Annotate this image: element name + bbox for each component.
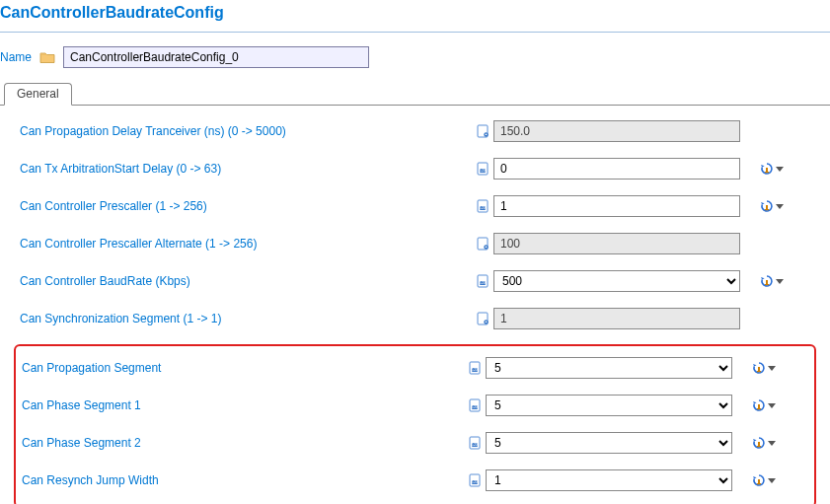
row-phase1: Can Phase Segment 1 5 (22, 394, 808, 417)
tab-general[interactable]: General (4, 83, 72, 106)
select-baud[interactable]: 500 (493, 270, 740, 292)
value-icon (466, 473, 486, 487)
chevron-down-icon (776, 279, 784, 284)
chevron-down-icon (768, 366, 776, 371)
input-sync-seg (493, 308, 740, 329)
value-icon (474, 312, 493, 325)
value-icon (474, 274, 493, 288)
reset-baud[interactable] (752, 274, 792, 288)
value-icon (474, 199, 493, 213)
name-input[interactable] (63, 46, 369, 68)
row-tx-arb: Can Tx ArbitrationStart Delay (0 -> 63) (20, 157, 820, 180)
row-prescaler: Can Controller Prescaller (1 -> 256) (20, 194, 820, 218)
label-phase2: Can Phase Segment 2 (22, 436, 466, 450)
label-prop-seg: Can Propagation Segment (22, 361, 466, 375)
select-resynch[interactable]: 1 (486, 469, 732, 491)
reset-prop-seg[interactable] (744, 361, 784, 375)
label-phase1: Can Phase Segment 1 (22, 398, 466, 412)
row-resynch: Can Resynch Jump Width 1 (22, 468, 808, 492)
value-icon (466, 361, 486, 375)
value-icon (466, 398, 486, 412)
input-prescaler[interactable] (493, 195, 740, 217)
input-prescaler-alt (493, 233, 740, 254)
label-resynch: Can Resynch Jump Width (22, 473, 466, 487)
reset-tx-arb[interactable] (752, 162, 792, 176)
folder-icon (39, 50, 55, 64)
reset-prescaler[interactable] (752, 199, 792, 213)
name-row: Name (0, 42, 830, 82)
value-icon (474, 124, 493, 138)
label-sync-seg: Can Synchronization Segment (1 -> 1) (20, 312, 474, 325)
label-prop-delay: Can Propagation Delay Tranceiver (ns) (0… (20, 124, 474, 138)
tab-bar: General (0, 82, 830, 106)
form-general: Can Propagation Delay Tranceiver (ns) (0… (0, 106, 830, 504)
select-phase2[interactable]: 5 (486, 432, 732, 454)
select-prop-seg[interactable]: 5 (486, 357, 732, 379)
label-prescaler-alt: Can Controller Prescaller Alternate (1 -… (20, 237, 474, 251)
highlighted-group: Can Propagation Segment 5 Can Phase Segm… (14, 344, 816, 504)
name-label: Name (0, 50, 32, 64)
label-tx-arb: Can Tx ArbitrationStart Delay (0 -> 63) (20, 162, 474, 176)
value-icon (474, 237, 493, 251)
input-tx-arb[interactable] (493, 158, 740, 180)
label-prescaler: Can Controller Prescaller (1 -> 256) (20, 199, 474, 213)
chevron-down-icon (776, 167, 784, 172)
label-baud: Can Controller BaudRate (Kbps) (20, 274, 474, 288)
page-title: CanControllerBaudrateConfig (0, 0, 830, 33)
row-baud: Can Controller BaudRate (Kbps) 500 (20, 269, 820, 293)
row-prescaler-alt: Can Controller Prescaller Alternate (1 -… (20, 232, 820, 255)
value-icon (466, 436, 486, 450)
chevron-down-icon (776, 204, 784, 209)
reset-phase1[interactable] (744, 398, 784, 412)
row-phase2: Can Phase Segment 2 5 (22, 431, 808, 455)
row-prop-delay: Can Propagation Delay Tranceiver (ns) (0… (20, 119, 820, 143)
chevron-down-icon (768, 478, 776, 483)
reset-phase2[interactable] (744, 436, 784, 450)
input-prop-delay (493, 120, 740, 142)
chevron-down-icon (768, 441, 776, 446)
row-sync-seg: Can Synchronization Segment (1 -> 1) (20, 307, 820, 330)
reset-resynch[interactable] (744, 473, 784, 487)
select-phase1[interactable]: 5 (486, 395, 732, 416)
value-icon (474, 162, 493, 176)
chevron-down-icon (768, 403, 776, 408)
row-prop-seg: Can Propagation Segment 5 (22, 356, 808, 380)
